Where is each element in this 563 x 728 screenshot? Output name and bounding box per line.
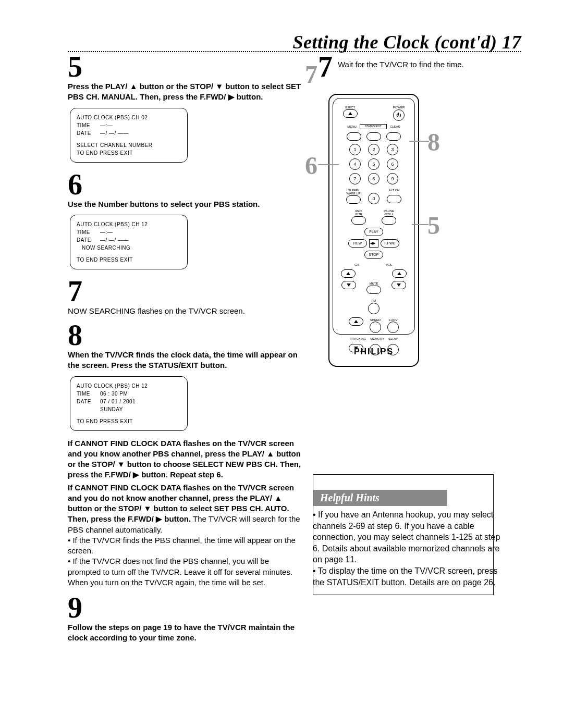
page-title: Setting the Clock (cont'd) 17 (0, 31, 521, 53)
bullet-2: • If the TV/VCR does not find the PBS ch… (68, 556, 302, 588)
fadv-label: F.ADV (387, 318, 399, 322)
osd2-date-label: DATE (77, 236, 100, 244)
callout-8: 8 (427, 128, 440, 156)
osd1-header: AUTO CLOCK (PBS) CH 02 (77, 114, 181, 121)
fadv-button[interactable] (387, 322, 399, 333)
osd-box-2: AUTO CLOCK (PBS) CH 12 TIME—:— DATE—/ —/… (70, 215, 188, 269)
num-8[interactable]: 8 (368, 173, 380, 184)
menu-label: MENU (347, 125, 357, 129)
stop-button[interactable]: STOP (364, 251, 383, 259)
memory-label: MEMORY (370, 337, 384, 341)
callout-7: 7 (305, 60, 317, 89)
step-5-num: 5 (68, 52, 302, 81)
power-button[interactable]: ⏻ (393, 109, 405, 121)
remote-inner: EJECT POWER ⏻ MENU STATUS/EXIT CLEAR 123… (333, 98, 415, 335)
fm-label: FM (368, 299, 380, 303)
remote-brand: PHILIPS (329, 347, 418, 356)
lead-5 (412, 224, 429, 225)
speed-label: SPEED (370, 318, 381, 322)
ch-up-button[interactable] (341, 269, 356, 278)
step-7r-text: Wait for the TV/VCR to find the time. (338, 52, 464, 70)
tracking-label: TRACKING (350, 337, 366, 341)
num-2[interactable]: 2 (368, 144, 380, 155)
remote-control: EJECT POWER ⏻ MENU STATUS/EXIT CLEAR 123… (328, 94, 419, 367)
osd2-end: TO END PRESS EXIT (77, 256, 181, 264)
num-7[interactable]: 7 (349, 173, 361, 184)
osd2-now: NOW SEARCHING (77, 244, 181, 252)
track-up-button[interactable] (349, 317, 363, 326)
ffwd-button[interactable]: F.FWD (381, 239, 399, 248)
osd2-time-label: TIME (77, 228, 100, 236)
fm-button[interactable] (368, 303, 380, 314)
helpful-hints: Helpful Hints • If you have an Antenna h… (313, 479, 500, 588)
vol-up-button[interactable] (392, 269, 407, 278)
osd-box-3: AUTO CLOCK (PBS) CH 12 TIME06 : 30 PM DA… (70, 376, 188, 431)
menu-button[interactable] (347, 132, 361, 141)
osd1-date-label: DATE (77, 129, 100, 137)
eject-label: EJECT (343, 106, 358, 109)
osd2-date-val: —/ —/ —— (100, 236, 129, 244)
pause-button[interactable] (382, 216, 396, 225)
cannot2a: If CANNOT FIND CLOCK DATA flashes on the… (68, 483, 294, 513)
num-3[interactable]: 3 (387, 144, 398, 155)
eject-button[interactable] (343, 109, 358, 118)
num-6[interactable]: 6 (387, 158, 398, 170)
altch-label: ALT CH (387, 189, 401, 192)
osd-box-1: AUTO CLOCK (PBS) CH 02 TIME—:— DATE—/ —/… (70, 108, 188, 163)
altch-button[interactable] (387, 195, 401, 203)
step-7-text: NOW SEARCHING flashes on the TV/VCR scre… (68, 306, 302, 316)
osd1-time-label: TIME (77, 121, 100, 129)
num-4[interactable]: 4 (349, 158, 361, 170)
status-exit-label: STATUS/EXIT (360, 124, 387, 129)
callout-5: 5 (427, 211, 440, 240)
status-exit-button[interactable] (366, 132, 381, 141)
step-7-num: 7 (68, 277, 302, 306)
rew-button[interactable]: REW (348, 239, 367, 248)
step-9-text: Follow the steps on page 19 to have the … (68, 622, 297, 644)
left-column: 5 Press the PLAY/ ▲ button or the STOP/ … (68, 52, 302, 644)
play-button[interactable]: PLAY (364, 228, 383, 236)
right-column: 7 Wait for the TV/VCR to find the time. (318, 52, 511, 81)
hint-1: • If you have an Antenna hookup, you may… (313, 509, 500, 565)
num-5[interactable]: 5 (368, 158, 380, 170)
step-6-text: Use the Number buttons to select your PB… (68, 199, 302, 209)
sleep-button[interactable] (346, 195, 361, 204)
step-8-text: When the TV/VCR finds the clock data, th… (68, 350, 302, 371)
vol-dn-button[interactable] (391, 281, 406, 289)
mute-button[interactable] (366, 286, 381, 294)
hints-body: • If you have an Antenna hookup, you may… (313, 506, 500, 588)
osd1-ln2: TO END PRESS EXIT (77, 149, 181, 157)
osd1-date-val: —/ —/ —— (100, 129, 129, 137)
step-7r-num: 7 (318, 52, 333, 81)
cannot-find-1: If CANNOT FIND CLOCK DATA flashes on the… (68, 438, 302, 480)
clear-label: CLEAR (390, 125, 400, 129)
lead-8 (409, 141, 429, 142)
power-label: POWER (393, 106, 405, 109)
pause-label: PAUSE /STILL (382, 209, 396, 216)
speed-button[interactable] (370, 322, 381, 333)
clear-button[interactable] (386, 132, 401, 141)
osd3-date-label: DATE (77, 398, 100, 405)
rec-button[interactable] (351, 216, 366, 225)
ch-dn-button[interactable] (341, 281, 356, 289)
ch-label: CH. (354, 263, 360, 267)
step-6-num: 6 (68, 170, 302, 199)
num-1[interactable]: 1 (349, 144, 361, 155)
vol-label: VOL. (386, 263, 393, 267)
osd3-date-val: 07 / 01 / 2001 (100, 398, 136, 405)
osd3-time-label: TIME (77, 390, 100, 398)
bullet-1: • If the TV/VCR finds the PBS channel, t… (68, 535, 302, 557)
osd1-time-val: —:— (100, 121, 113, 129)
rec-label: REC /OTR (351, 209, 366, 216)
hints-title: Helpful Hints (313, 490, 447, 506)
slow-label: SLOW (388, 337, 398, 341)
osd2-time-val: —:— (100, 228, 113, 236)
osd2-header: AUTO CLOCK (PBS) CH 12 (77, 220, 181, 228)
num-9[interactable]: 9 (387, 173, 398, 184)
num-0[interactable]: 0 (368, 193, 380, 204)
nav-center[interactable]: ◀▶ (369, 239, 378, 248)
hint-2: • To display the time on the TV/VCR scre… (313, 565, 500, 588)
step-5-text: Press the PLAY/ ▲ button or the STOP/ ▼ … (68, 81, 302, 103)
callout-6: 6 (305, 151, 317, 180)
osd3-day: SUNDAY (77, 405, 181, 413)
